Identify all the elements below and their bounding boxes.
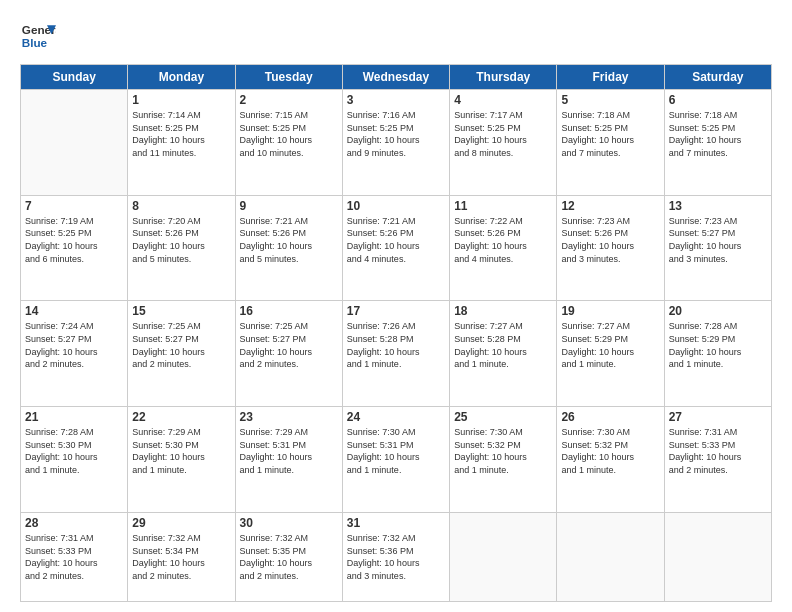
table-row: 24Sunrise: 7:30 AM Sunset: 5:31 PM Dayli… bbox=[342, 407, 449, 513]
day-info: Sunrise: 7:17 AM Sunset: 5:25 PM Dayligh… bbox=[454, 109, 552, 159]
header-sunday: Sunday bbox=[21, 65, 128, 90]
day-info: Sunrise: 7:29 AM Sunset: 5:31 PM Dayligh… bbox=[240, 426, 338, 476]
day-info: Sunrise: 7:16 AM Sunset: 5:25 PM Dayligh… bbox=[347, 109, 445, 159]
logo-icon: General Blue bbox=[20, 18, 56, 54]
day-number: 30 bbox=[240, 516, 338, 530]
calendar-table: Sunday Monday Tuesday Wednesday Thursday… bbox=[20, 64, 772, 602]
day-number: 2 bbox=[240, 93, 338, 107]
table-row: 27Sunrise: 7:31 AM Sunset: 5:33 PM Dayli… bbox=[664, 407, 771, 513]
table-row: 11Sunrise: 7:22 AM Sunset: 5:26 PM Dayli… bbox=[450, 195, 557, 301]
table-row: 31Sunrise: 7:32 AM Sunset: 5:36 PM Dayli… bbox=[342, 512, 449, 601]
day-info: Sunrise: 7:24 AM Sunset: 5:27 PM Dayligh… bbox=[25, 320, 123, 370]
day-number: 8 bbox=[132, 199, 230, 213]
day-number: 23 bbox=[240, 410, 338, 424]
header-wednesday: Wednesday bbox=[342, 65, 449, 90]
day-number: 4 bbox=[454, 93, 552, 107]
day-number: 12 bbox=[561, 199, 659, 213]
table-row: 1Sunrise: 7:14 AM Sunset: 5:25 PM Daylig… bbox=[128, 90, 235, 196]
table-row: 3Sunrise: 7:16 AM Sunset: 5:25 PM Daylig… bbox=[342, 90, 449, 196]
day-number: 19 bbox=[561, 304, 659, 318]
table-row: 23Sunrise: 7:29 AM Sunset: 5:31 PM Dayli… bbox=[235, 407, 342, 513]
day-info: Sunrise: 7:26 AM Sunset: 5:28 PM Dayligh… bbox=[347, 320, 445, 370]
day-info: Sunrise: 7:28 AM Sunset: 5:29 PM Dayligh… bbox=[669, 320, 767, 370]
day-number: 25 bbox=[454, 410, 552, 424]
table-row: 25Sunrise: 7:30 AM Sunset: 5:32 PM Dayli… bbox=[450, 407, 557, 513]
table-row: 20Sunrise: 7:28 AM Sunset: 5:29 PM Dayli… bbox=[664, 301, 771, 407]
day-number: 29 bbox=[132, 516, 230, 530]
day-info: Sunrise: 7:23 AM Sunset: 5:27 PM Dayligh… bbox=[669, 215, 767, 265]
day-info: Sunrise: 7:23 AM Sunset: 5:26 PM Dayligh… bbox=[561, 215, 659, 265]
day-info: Sunrise: 7:15 AM Sunset: 5:25 PM Dayligh… bbox=[240, 109, 338, 159]
header-monday: Monday bbox=[128, 65, 235, 90]
table-row: 18Sunrise: 7:27 AM Sunset: 5:28 PM Dayli… bbox=[450, 301, 557, 407]
empty-cell bbox=[557, 512, 664, 601]
day-number: 18 bbox=[454, 304, 552, 318]
day-number: 10 bbox=[347, 199, 445, 213]
day-info: Sunrise: 7:21 AM Sunset: 5:26 PM Dayligh… bbox=[240, 215, 338, 265]
day-info: Sunrise: 7:20 AM Sunset: 5:26 PM Dayligh… bbox=[132, 215, 230, 265]
table-row: 13Sunrise: 7:23 AM Sunset: 5:27 PM Dayli… bbox=[664, 195, 771, 301]
table-row: 7Sunrise: 7:19 AM Sunset: 5:25 PM Daylig… bbox=[21, 195, 128, 301]
day-info: Sunrise: 7:32 AM Sunset: 5:36 PM Dayligh… bbox=[347, 532, 445, 582]
table-row: 17Sunrise: 7:26 AM Sunset: 5:28 PM Dayli… bbox=[342, 301, 449, 407]
day-info: Sunrise: 7:28 AM Sunset: 5:30 PM Dayligh… bbox=[25, 426, 123, 476]
logo: General Blue bbox=[20, 18, 56, 54]
table-row: 14Sunrise: 7:24 AM Sunset: 5:27 PM Dayli… bbox=[21, 301, 128, 407]
day-number: 26 bbox=[561, 410, 659, 424]
header-tuesday: Tuesday bbox=[235, 65, 342, 90]
day-info: Sunrise: 7:19 AM Sunset: 5:25 PM Dayligh… bbox=[25, 215, 123, 265]
day-info: Sunrise: 7:25 AM Sunset: 5:27 PM Dayligh… bbox=[132, 320, 230, 370]
day-number: 22 bbox=[132, 410, 230, 424]
day-number: 24 bbox=[347, 410, 445, 424]
day-info: Sunrise: 7:30 AM Sunset: 5:31 PM Dayligh… bbox=[347, 426, 445, 476]
day-number: 31 bbox=[347, 516, 445, 530]
table-row: 2Sunrise: 7:15 AM Sunset: 5:25 PM Daylig… bbox=[235, 90, 342, 196]
day-number: 13 bbox=[669, 199, 767, 213]
table-row: 9Sunrise: 7:21 AM Sunset: 5:26 PM Daylig… bbox=[235, 195, 342, 301]
day-info: Sunrise: 7:32 AM Sunset: 5:34 PM Dayligh… bbox=[132, 532, 230, 582]
empty-cell bbox=[450, 512, 557, 601]
table-row: 12Sunrise: 7:23 AM Sunset: 5:26 PM Dayli… bbox=[557, 195, 664, 301]
header-thursday: Thursday bbox=[450, 65, 557, 90]
day-number: 11 bbox=[454, 199, 552, 213]
day-number: 16 bbox=[240, 304, 338, 318]
table-row: 15Sunrise: 7:25 AM Sunset: 5:27 PM Dayli… bbox=[128, 301, 235, 407]
header-friday: Friday bbox=[557, 65, 664, 90]
table-row: 26Sunrise: 7:30 AM Sunset: 5:32 PM Dayli… bbox=[557, 407, 664, 513]
day-number: 3 bbox=[347, 93, 445, 107]
table-row: 16Sunrise: 7:25 AM Sunset: 5:27 PM Dayli… bbox=[235, 301, 342, 407]
day-info: Sunrise: 7:25 AM Sunset: 5:27 PM Dayligh… bbox=[240, 320, 338, 370]
day-info: Sunrise: 7:31 AM Sunset: 5:33 PM Dayligh… bbox=[25, 532, 123, 582]
day-number: 1 bbox=[132, 93, 230, 107]
day-info: Sunrise: 7:21 AM Sunset: 5:26 PM Dayligh… bbox=[347, 215, 445, 265]
table-row: 21Sunrise: 7:28 AM Sunset: 5:30 PM Dayli… bbox=[21, 407, 128, 513]
day-number: 14 bbox=[25, 304, 123, 318]
table-row: 8Sunrise: 7:20 AM Sunset: 5:26 PM Daylig… bbox=[128, 195, 235, 301]
day-info: Sunrise: 7:30 AM Sunset: 5:32 PM Dayligh… bbox=[561, 426, 659, 476]
day-number: 7 bbox=[25, 199, 123, 213]
table-row: 30Sunrise: 7:32 AM Sunset: 5:35 PM Dayli… bbox=[235, 512, 342, 601]
day-number: 6 bbox=[669, 93, 767, 107]
day-number: 20 bbox=[669, 304, 767, 318]
day-number: 28 bbox=[25, 516, 123, 530]
day-info: Sunrise: 7:27 AM Sunset: 5:29 PM Dayligh… bbox=[561, 320, 659, 370]
day-number: 15 bbox=[132, 304, 230, 318]
day-info: Sunrise: 7:30 AM Sunset: 5:32 PM Dayligh… bbox=[454, 426, 552, 476]
day-info: Sunrise: 7:29 AM Sunset: 5:30 PM Dayligh… bbox=[132, 426, 230, 476]
table-row: 6Sunrise: 7:18 AM Sunset: 5:25 PM Daylig… bbox=[664, 90, 771, 196]
table-row: 5Sunrise: 7:18 AM Sunset: 5:25 PM Daylig… bbox=[557, 90, 664, 196]
day-info: Sunrise: 7:32 AM Sunset: 5:35 PM Dayligh… bbox=[240, 532, 338, 582]
empty-cell bbox=[664, 512, 771, 601]
svg-text:Blue: Blue bbox=[22, 36, 48, 49]
day-number: 5 bbox=[561, 93, 659, 107]
day-info: Sunrise: 7:22 AM Sunset: 5:26 PM Dayligh… bbox=[454, 215, 552, 265]
table-row: 19Sunrise: 7:27 AM Sunset: 5:29 PM Dayli… bbox=[557, 301, 664, 407]
day-info: Sunrise: 7:18 AM Sunset: 5:25 PM Dayligh… bbox=[669, 109, 767, 159]
day-number: 21 bbox=[25, 410, 123, 424]
header-saturday: Saturday bbox=[664, 65, 771, 90]
day-info: Sunrise: 7:14 AM Sunset: 5:25 PM Dayligh… bbox=[132, 109, 230, 159]
day-number: 9 bbox=[240, 199, 338, 213]
empty-cell bbox=[21, 90, 128, 196]
table-row: 4Sunrise: 7:17 AM Sunset: 5:25 PM Daylig… bbox=[450, 90, 557, 196]
page-container: General Blue Sunday Monday Tuesday Wedne… bbox=[0, 0, 792, 612]
